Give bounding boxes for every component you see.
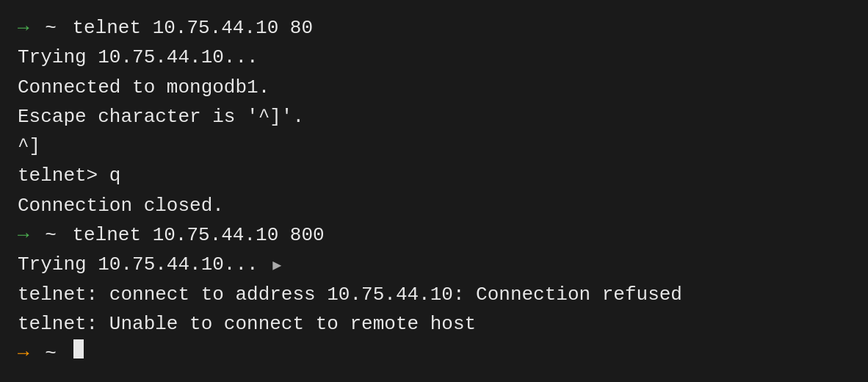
output-text-8: Trying 10.75.44.10... (18, 250, 270, 279)
terminal-line-8: Trying 10.75.44.10... ▶ (18, 250, 850, 279)
arrow-icon-prompt: → (18, 339, 29, 368)
terminal-cursor (73, 339, 84, 358)
terminal-line-2: Connected to mongodb1. (18, 73, 850, 102)
output-text-5: telnet> q (18, 161, 120, 190)
terminal-window: → ~ telnet 10.75.44.10 80 Trying 10.75.4… (18, 13, 850, 369)
output-text-2: Connected to mongodb1. (18, 73, 270, 102)
terminal-line-7: → ~ telnet 10.75.44.10 800 (18, 220, 850, 250)
output-text-3: Escape character is '^]'. (18, 102, 304, 131)
command-text-0: telnet 10.75.44.10 80 (72, 13, 313, 43)
output-text-1: Trying 10.75.44.10... (18, 43, 258, 72)
command-text-7: telnet 10.75.44.10 800 (72, 220, 324, 250)
terminal-line-10: telnet: Unable to connect to remote host (18, 309, 850, 339)
mouse-cursor-icon: ▶ (272, 254, 281, 277)
arrow-icon-7: → (18, 220, 29, 250)
terminal-prompt[interactable]: → ~ (18, 339, 850, 368)
terminal-line-5: telnet> q (18, 161, 850, 190)
tilde-0: ~ (34, 13, 68, 43)
arrow-icon-0: → (18, 13, 29, 43)
terminal-line-6: Connection closed. (18, 191, 850, 220)
output-text-6: Connection closed. (18, 191, 224, 220)
tilde-prompt: ~ (34, 339, 68, 368)
terminal-line-3: Escape character is '^]'. (18, 102, 850, 131)
output-text-9: telnet: connect to address 10.75.44.10: … (18, 280, 682, 309)
tilde-7: ~ (34, 220, 68, 250)
output-text-4: ^] (18, 131, 40, 161)
terminal-line-0: → ~ telnet 10.75.44.10 80 (18, 13, 850, 43)
terminal-line-9: telnet: connect to address 10.75.44.10: … (18, 280, 850, 309)
terminal-line-1: Trying 10.75.44.10... (18, 43, 850, 72)
terminal-line-4: ^] (18, 131, 850, 161)
output-text-10: telnet: Unable to connect to remote host (18, 309, 476, 339)
